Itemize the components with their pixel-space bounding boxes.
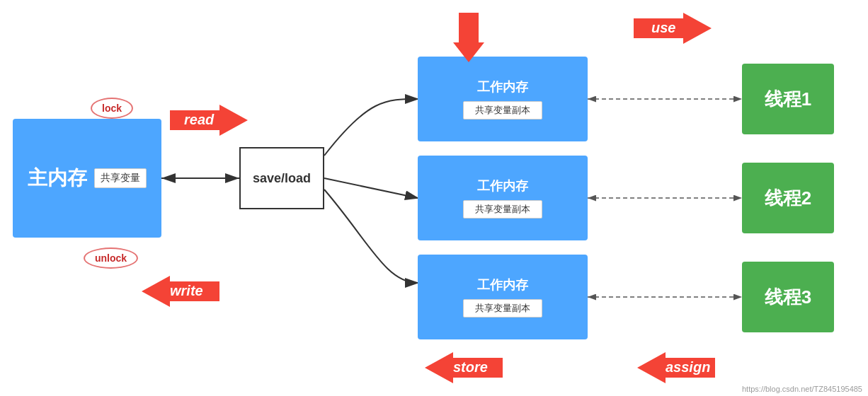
work-memory-1: 工作内存 共享变量副本 (418, 57, 588, 141)
shared-var-box: 共享变量 (94, 168, 147, 188)
watermark: https://blog.csdn.net/TZ845195485 (742, 385, 862, 393)
unlock-label: unlock (84, 248, 138, 269)
thread-3-box: 线程3 (742, 262, 834, 332)
thread-3-label: 线程3 (765, 285, 811, 310)
diagram: 主内存 共享变量 save/load 工作内存 共享变量副本 工作内存 共享变量… (0, 0, 868, 396)
work-memory-3: 工作内存 共享变量副本 (418, 255, 588, 339)
shared-var-copy-2: 共享变量副本 (463, 200, 542, 219)
lock-label: lock (91, 98, 133, 119)
read-label: read (177, 110, 221, 130)
main-memory-label: 主内存 (28, 165, 87, 192)
main-memory-box: 主内存 共享变量 (13, 119, 161, 238)
svg-line-7 (324, 178, 418, 198)
thread-1-label: 线程1 (765, 87, 811, 112)
store-label: store (446, 357, 495, 378)
thread-2-box: 线程2 (742, 163, 834, 233)
assign-label: assign (658, 357, 717, 378)
write-label: write (163, 281, 210, 301)
saveload-label: save/load (253, 171, 311, 186)
shared-var-copy-3: 共享变量副本 (463, 299, 542, 318)
load-label: load (421, 14, 464, 35)
saveload-box: save/load (239, 147, 324, 209)
thread-2-label: 线程2 (765, 186, 811, 211)
use-label: use (644, 18, 683, 38)
shared-var-copy-1: 共享变量副本 (463, 101, 542, 120)
work-memory-2-label: 工作内存 (477, 177, 528, 194)
thread-1-box: 线程1 (742, 64, 834, 134)
work-memory-2: 工作内存 共享变量副本 (418, 156, 588, 240)
work-memory-3-label: 工作内存 (477, 276, 528, 293)
work-memory-1-label: 工作内存 (477, 78, 528, 95)
